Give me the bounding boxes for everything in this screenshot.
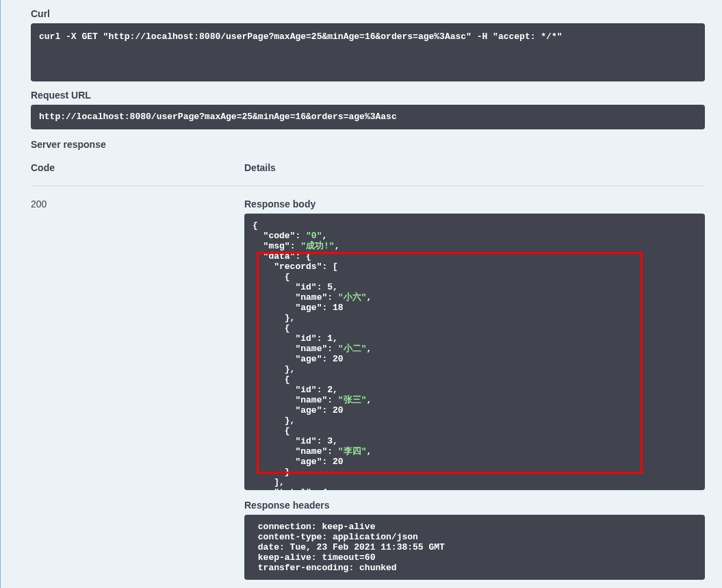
curl-heading: Curl	[31, 8, 705, 19]
response-headers-label: Response headers	[244, 500, 705, 511]
details-column-header: Details	[244, 154, 705, 181]
response-headers-block[interactable]: connection: keep-alive content-type: app…	[244, 515, 705, 580]
request-url-block[interactable]: http://localhost:8080/userPage?maxAge=25…	[31, 105, 705, 129]
request-url-heading: Request URL	[31, 90, 705, 101]
response-body-block[interactable]: { "code": "0", "msg": "成功!", "data": { "…	[244, 214, 705, 490]
curl-command-block[interactable]: curl -X GET "http://localhost:8080/userP…	[31, 23, 705, 81]
code-column-header: Code	[31, 154, 244, 181]
status-code: 200	[31, 186, 244, 209]
response-body-label: Response body	[244, 199, 705, 209]
server-response-heading: Server response	[31, 139, 705, 150]
